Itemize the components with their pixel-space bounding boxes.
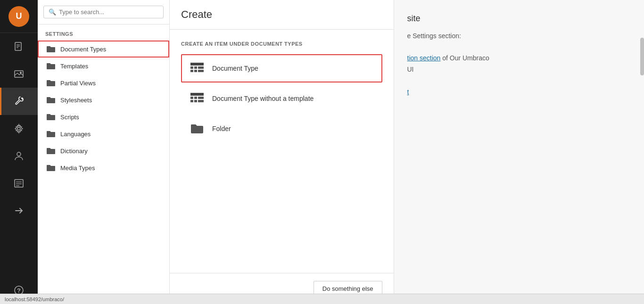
create-item-label-document-type: Document Type xyxy=(212,65,258,72)
svg-rect-31 xyxy=(194,100,197,102)
svg-rect-30 xyxy=(190,100,193,102)
grid-icon-no-template xyxy=(190,93,204,104)
svg-point-8 xyxy=(17,152,21,156)
nav-item-developer[interactable] xyxy=(0,115,38,142)
svg-point-7 xyxy=(17,127,20,130)
svg-rect-19 xyxy=(198,66,201,69)
nav-item-users[interactable] xyxy=(0,142,38,170)
sidebar-item-label-document-types: Document Types xyxy=(60,46,106,53)
sidebar-item-label-partial-views: Partial Views xyxy=(60,80,96,87)
search-input[interactable] xyxy=(59,8,158,16)
sidebar-section-label: SETTINGS xyxy=(38,25,169,41)
main-header: Create xyxy=(170,0,394,30)
media-icon xyxy=(14,69,24,79)
svg-rect-21 xyxy=(190,70,193,72)
svg-rect-18 xyxy=(194,66,197,69)
folder-icon-document-types xyxy=(46,45,56,53)
svg-rect-32 xyxy=(198,100,201,102)
svg-rect-20 xyxy=(201,66,204,69)
folder-icon-scripts xyxy=(46,113,56,121)
wrench-icon xyxy=(15,96,25,107)
search-icon: 🔍 xyxy=(49,8,56,16)
svg-rect-28 xyxy=(198,97,201,99)
right-panel-text2: tion section of Our Umbraco UI xyxy=(407,53,631,75)
sidebar-item-media-types[interactable]: Media Types xyxy=(38,159,169,176)
folder-icon-media-types xyxy=(46,164,56,172)
folder-icon-templates xyxy=(46,62,56,70)
sidebar-item-dictionary[interactable]: Dictionary xyxy=(38,142,169,159)
folder-create-icon xyxy=(189,121,206,136)
users-icon xyxy=(14,151,24,161)
sidebar-item-label-templates: Templates xyxy=(60,63,88,70)
sidebar: 🔍 SETTINGS Document Types xyxy=(38,0,170,294)
sidebar-item-document-types[interactable]: Document Types xyxy=(38,41,169,58)
scrollbar[interactable] xyxy=(640,38,644,75)
svg-rect-26 xyxy=(190,97,193,99)
create-item-document-type-no-template[interactable]: Document Type without a template xyxy=(181,84,382,113)
svg-rect-33 xyxy=(201,100,204,102)
logo-circle: U xyxy=(8,6,29,27)
create-item-label-no-template: Document Type without a template xyxy=(212,95,314,102)
deploy-icon xyxy=(14,205,24,216)
create-item-document-type[interactable]: Document Type xyxy=(181,54,382,82)
document-type-icon xyxy=(189,61,206,76)
nav-item-forms[interactable] xyxy=(0,170,38,197)
right-panel: site e Settings section: tion section of… xyxy=(394,0,644,294)
sidebar-search: 🔍 xyxy=(38,0,169,25)
svg-text:?: ? xyxy=(17,287,21,294)
folder-icon-dictionary xyxy=(46,147,56,155)
svg-rect-9 xyxy=(15,180,23,187)
nav-item-settings[interactable] xyxy=(0,88,38,115)
sidebar-item-templates[interactable]: Templates xyxy=(38,58,169,74)
svg-rect-17 xyxy=(190,66,193,69)
sidebar-item-scripts[interactable]: Scripts xyxy=(38,108,169,125)
svg-point-5 xyxy=(20,72,22,74)
status-url: localhost:58492/umbraco/ xyxy=(5,296,64,302)
help-icon: ? xyxy=(14,285,24,294)
create-item-label-folder: Folder xyxy=(212,125,231,132)
svg-rect-24 xyxy=(201,70,204,72)
svg-rect-25 xyxy=(190,93,204,96)
forms-icon xyxy=(14,178,24,189)
search-wrapper[interactable]: 🔍 xyxy=(43,6,164,18)
grid-icon-document-type xyxy=(190,63,204,74)
folder-icon-stylesheets xyxy=(46,96,56,104)
right-panel-link[interactable]: tion section xyxy=(407,54,441,62)
sidebar-item-label-media-types: Media Types xyxy=(60,164,95,172)
main-content: Create CREATE AN ITEM UNDER DOCUMENT TYP… xyxy=(170,0,394,294)
sidebar-item-label-dictionary: Dictionary xyxy=(60,148,88,155)
document-type-no-template-icon xyxy=(189,91,206,106)
folder-icon-partial-views xyxy=(46,79,56,87)
nav-item-help[interactable]: ? xyxy=(0,277,38,294)
sidebar-item-label-languages: Languages xyxy=(60,131,91,138)
sidebar-item-stylesheets[interactable]: Stylesheets xyxy=(38,91,169,108)
create-item-folder[interactable]: Folder xyxy=(181,115,382,143)
nav-bar: U xyxy=(0,0,38,294)
right-panel-bottom-link[interactable]: t xyxy=(407,88,409,96)
svg-rect-29 xyxy=(201,97,204,99)
right-panel-title: site xyxy=(407,11,631,26)
right-panel-link2: t xyxy=(407,87,631,98)
nav-item-content[interactable] xyxy=(0,33,38,60)
gear-icon xyxy=(14,123,24,134)
page-icon xyxy=(14,41,24,52)
svg-rect-23 xyxy=(198,70,201,72)
svg-rect-27 xyxy=(194,97,197,99)
main-title: Create xyxy=(181,8,382,21)
main-bottom: Do something else xyxy=(170,273,394,294)
svg-rect-16 xyxy=(190,63,204,66)
sidebar-item-languages[interactable]: Languages xyxy=(38,125,169,142)
svg-rect-22 xyxy=(194,70,197,72)
create-section-label: CREATE AN ITEM UNDER DOCUMENT TYPES xyxy=(181,41,382,47)
folder-icon-languages xyxy=(46,130,56,138)
sidebar-item-partial-views[interactable]: Partial Views xyxy=(38,74,169,91)
sidebar-item-label-stylesheets: Stylesheets xyxy=(60,97,92,104)
status-bar: localhost:58492/umbraco/ xyxy=(0,294,644,304)
folder-svg-create xyxy=(190,123,204,134)
sidebar-item-label-scripts: Scripts xyxy=(60,114,79,121)
right-panel-text1: e Settings section: xyxy=(407,31,631,42)
nav-item-media[interactable] xyxy=(0,60,38,88)
nav-item-deploy[interactable] xyxy=(0,197,38,224)
do-something-button[interactable]: Do something else xyxy=(314,281,382,294)
logo: U xyxy=(0,0,38,33)
